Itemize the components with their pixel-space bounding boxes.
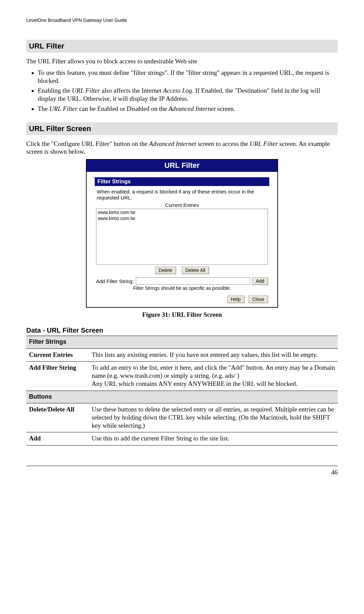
router-title: URL Filter	[87, 160, 277, 172]
close-button[interactable]: Close	[248, 296, 268, 303]
add-button[interactable]: Add	[252, 277, 268, 285]
section-url-filter-screen: URL Filter Screen	[26, 122, 338, 135]
delete-button[interactable]: Delete	[155, 267, 176, 274]
group-filter-strings: Filter Strings	[26, 336, 338, 349]
bullet-2: Enabling the URL Filter also affects the…	[38, 87, 338, 103]
current-entries-label: Current Entries	[95, 202, 269, 208]
row-add-label: Add	[26, 432, 89, 446]
router-subhead: Filter Strings	[95, 177, 269, 186]
section2-para: Click the "Configure URL Filter" button …	[26, 140, 338, 156]
add-filter-input[interactable]	[136, 277, 250, 285]
intro-text: The URL Filter allows you to block acces…	[26, 57, 338, 65]
bullet-list-1: To use this feature, you must define "fi…	[26, 69, 338, 113]
add-filter-label: Add Filter String:	[96, 278, 134, 284]
row-add-text: Use this to add the current Filter Strin…	[89, 432, 338, 446]
row-current-entries-text: This lists any existing entries. If you …	[89, 348, 338, 362]
filter-hint: Filter Strings should be as specific as …	[95, 285, 269, 291]
entries-listbox[interactable]: www.kimo.com.tw www.kimo.com.tw	[96, 209, 268, 265]
section-url-filter: URL Filter	[26, 40, 338, 53]
group-buttons: Buttons	[26, 391, 338, 403]
row-delete-label: Delete/Delete All	[26, 403, 89, 432]
page-number: 46	[26, 466, 338, 476]
data-table: Filter Strings Current Entries This list…	[26, 336, 338, 446]
row-current-entries-label: Current Entries	[26, 348, 89, 362]
list-item[interactable]: www.kimo.com.tw	[98, 210, 266, 216]
row-add-filter-text: To add an entry to the list, enter it he…	[89, 362, 338, 391]
router-screenshot: URL Filter Filter Strings When enabled, …	[86, 159, 278, 308]
bullet-1: To use this feature, you must define "fi…	[38, 69, 338, 85]
data-heading: Data - URL Filter Screen	[26, 327, 338, 334]
bullet-3: The URL Filter can be Enabled or Disable…	[38, 105, 338, 113]
list-item[interactable]: www.kimo.com.tw	[98, 216, 266, 222]
row-add-filter-label: Add Filter String	[26, 362, 89, 391]
delete-all-button[interactable]: Delete All	[182, 267, 209, 274]
page-header: LevelOne Broadband VPN Gateway User Guid…	[26, 18, 338, 23]
figure-caption: Figure 31: URL Filter Screen	[26, 311, 338, 318]
router-desc: When enabled, a request is blocked if an…	[97, 189, 268, 201]
help-button[interactable]: Help	[227, 296, 244, 303]
row-delete-text: Use these buttons to delete the selected…	[89, 403, 338, 432]
